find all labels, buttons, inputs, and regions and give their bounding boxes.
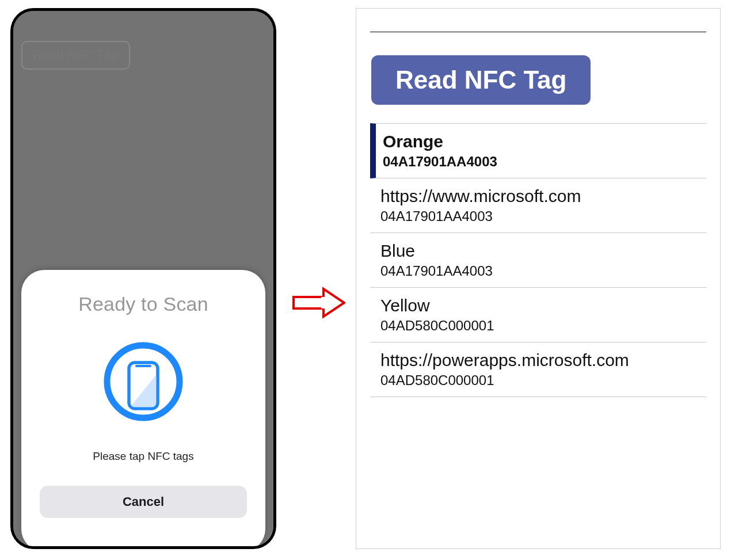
read-nfc-button[interactable]: Read NFC Tag bbox=[371, 55, 591, 105]
sheet-subtitle: Please tap NFC tags bbox=[33, 450, 254, 463]
result-panel: Read NFC Tag Orange 04A17901AA4003 https… bbox=[356, 8, 721, 549]
list-item-title: https://powerapps.microsoft.com bbox=[380, 351, 706, 370]
svg-marker-2 bbox=[129, 373, 158, 409]
list-item-tag: 04A17901AA4003 bbox=[380, 263, 706, 279]
list-item[interactable]: Blue 04A17901AA4003 bbox=[370, 233, 706, 288]
list-item[interactable]: Yellow 04AD580C000001 bbox=[370, 288, 706, 342]
tag-list: Orange 04A17901AA4003 https://www.micros… bbox=[370, 123, 706, 397]
nfc-scan-icon bbox=[100, 338, 186, 427]
sheet-title: Ready to Scan bbox=[33, 293, 254, 315]
nfc-scan-sheet: Ready to Scan Please tap NFC tags Cancel bbox=[21, 270, 265, 546]
list-item-title: Blue bbox=[380, 241, 706, 261]
phone-screen: Read NFC Tag Ready to Scan Please t bbox=[13, 11, 273, 546]
list-item-tag: 04AD580C000001 bbox=[380, 318, 706, 334]
list-item[interactable]: Orange 04A17901AA4003 bbox=[370, 123, 706, 178]
list-item-tag: 04A17901AA4003 bbox=[383, 154, 706, 170]
read-nfc-button-small[interactable]: Read NFC Tag bbox=[21, 41, 130, 70]
arrow-icon bbox=[292, 287, 345, 321]
cancel-button[interactable]: Cancel bbox=[40, 486, 247, 518]
divider bbox=[370, 32, 706, 32]
list-item-title: Orange bbox=[383, 132, 706, 151]
list-item[interactable]: https://www.microsoft.com 04A17901AA4003 bbox=[370, 178, 706, 233]
list-item-title: https://www.microsoft.com bbox=[380, 186, 706, 206]
svg-rect-5 bbox=[294, 297, 323, 308]
list-item[interactable]: https://powerapps.microsoft.com 04AD580C… bbox=[370, 342, 706, 397]
list-item-tag: 04AD580C000001 bbox=[380, 372, 706, 388]
list-item-title: Yellow bbox=[380, 296, 706, 315]
phone-frame: Read NFC Tag Ready to Scan Please t bbox=[10, 8, 276, 549]
svg-marker-6 bbox=[323, 289, 344, 317]
svg-rect-7 bbox=[321, 297, 326, 308]
list-item-tag: 04A17901AA4003 bbox=[380, 208, 706, 224]
